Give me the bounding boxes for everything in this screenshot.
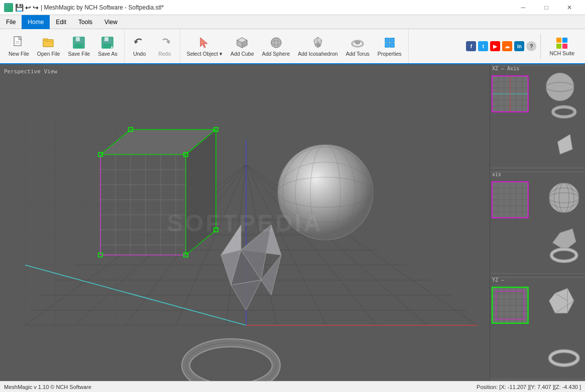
linkedin-icon[interactable]: in [514, 41, 524, 51]
help-button[interactable]: ? [526, 41, 536, 51]
properties-icon [383, 36, 397, 50]
svg-rect-8 [75, 44, 83, 48]
svg-rect-30 [385, 43, 389, 47]
status-position: Position: [X: -11.207 ][Y: 7.407 ][Z: -4… [477, 384, 581, 390]
save-as-button[interactable]: A Save As [94, 32, 121, 61]
menu-home[interactable]: Home [22, 15, 50, 29]
redo-button[interactable]: Redo [153, 32, 177, 61]
svg-marker-13 [200, 38, 207, 48]
nch-suite-label: NCH Suite [549, 50, 574, 56]
svg-rect-29 [385, 38, 389, 42]
viewport-canvas: X Y Z [0, 64, 490, 381]
panel-view-yz: YZ – [490, 276, 585, 381]
add-sphere-icon [269, 36, 283, 50]
properties-button[interactable]: Properties [374, 32, 405, 61]
sphere-object [278, 145, 373, 240]
cube-object [98, 127, 218, 257]
menu-edit[interactable]: Edit [50, 15, 72, 29]
svg-rect-34 [562, 38, 567, 43]
quick-save-icon[interactable]: 💾 [15, 4, 24, 12]
save-as-icon: A [100, 36, 114, 50]
svg-point-109 [203, 351, 259, 379]
facebook-icon[interactable]: f [466, 41, 476, 51]
quick-redo-icon[interactable]: ↪ [33, 4, 39, 12]
panel-view-y: xis [490, 170, 585, 276]
svg-rect-37 [0, 64, 490, 381]
undo-icon [133, 36, 147, 50]
quick-undo-icon[interactable]: ↩ [25, 4, 31, 12]
save-file-icon [72, 36, 86, 50]
ribbon: New File Open File Save File A [0, 29, 585, 64]
svg-rect-4 [43, 39, 48, 40]
ribbon-objects-group: Select Object ▾ Add Cube Add Sphere [180, 29, 409, 63]
save-file-button[interactable]: Save File [64, 32, 93, 61]
menu-tools[interactable]: Tools [72, 15, 98, 29]
svg-rect-3 [43, 40, 53, 47]
ribbon-file-group: New File Open File Save File A [2, 29, 125, 63]
svg-point-93 [278, 145, 373, 240]
minimize-button[interactable]: ─ [512, 0, 535, 15]
add-sphere-button[interactable]: Add Sphere [259, 32, 293, 61]
svg-rect-36 [562, 44, 567, 49]
menu-bar: File Home Edit Tools View [0, 15, 585, 29]
add-sphere-label: Add Sphere [262, 51, 290, 57]
app-icon [4, 3, 13, 12]
twitter-icon[interactable]: t [478, 41, 488, 51]
ribbon-right: f t ▶ ☁ in ? NCH Suite [462, 29, 583, 63]
panel-y-canvas [490, 170, 585, 276]
svg-point-139 [558, 109, 570, 114]
open-file-button[interactable]: Open File [34, 32, 64, 61]
add-cube-icon [235, 36, 249, 50]
svg-marker-25 [318, 45, 321, 48]
svg-point-153 [549, 183, 579, 213]
svg-point-28 [355, 41, 360, 44]
menu-file[interactable]: File [0, 15, 22, 29]
window-title: | MeshMagic by NCH Software - Softpedia.… [41, 4, 164, 11]
new-file-label: New File [9, 51, 29, 57]
panel-yz-canvas [490, 276, 585, 381]
svg-rect-10 [104, 37, 108, 41]
soundcloud-icon[interactable]: ☁ [502, 41, 512, 51]
add-cube-label: Add Cube [230, 51, 254, 57]
title-bar-controls: ─ □ ✕ [512, 0, 581, 15]
add-icosahedron-icon [311, 36, 325, 50]
svg-rect-7 [76, 37, 80, 41]
add-torus-label: Add Torus [346, 51, 370, 57]
youtube-icon[interactable]: ▶ [490, 41, 500, 51]
svg-rect-31 [390, 38, 394, 42]
select-object-label: Select Object ▾ [187, 51, 222, 57]
main-content: Perspective View SOFTPEDIA [0, 64, 585, 381]
add-cube-button[interactable]: Add Cube [227, 32, 258, 61]
svg-point-181 [556, 354, 572, 362]
undo-label: Undo [133, 51, 146, 57]
add-torus-button[interactable]: Add Torus [342, 32, 373, 61]
nch-suite-button[interactable]: NCH Suite [545, 32, 579, 61]
toolbar-icons: 💾 ↩ ↪ [15, 4, 39, 12]
svg-point-161 [557, 251, 571, 258]
svg-rect-33 [556, 38, 561, 43]
viewport[interactable]: Perspective View SOFTPEDIA [0, 64, 490, 381]
status-version: MeshMagic v 1.10 © NCH Software [4, 384, 91, 390]
save-file-label: Save File [68, 51, 90, 57]
panel-y-label: xis [492, 172, 501, 177]
add-icosahedron-label: Add Icosahedron [298, 51, 337, 57]
menu-view[interactable]: View [98, 15, 124, 29]
close-button[interactable]: ✕ [558, 0, 581, 15]
maximize-button[interactable]: □ [535, 0, 558, 15]
open-file-label: Open File [37, 51, 60, 57]
svg-point-135 [546, 73, 574, 101]
undo-button[interactable]: Undo [128, 32, 152, 61]
viewport-label: Perspective View [4, 68, 57, 75]
save-as-label: Save As [98, 51, 118, 57]
panel-xz-label: XZ – Axis [492, 66, 519, 71]
new-file-button[interactable]: New File [5, 32, 33, 61]
svg-rect-0 [14, 37, 21, 46]
svg-rect-35 [556, 44, 561, 49]
panel-yz-label: YZ – [492, 277, 504, 283]
right-panel: XZ – Axis [490, 64, 585, 381]
status-bar: MeshMagic v 1.10 © NCH Software Position… [0, 381, 585, 392]
select-object-button[interactable]: Select Object ▾ [183, 32, 226, 61]
panel-xz-canvas [490, 64, 585, 170]
add-icosahedron-button[interactable]: Add Icosahedron [294, 32, 341, 61]
ribbon-edit-group: Undo Redo [125, 29, 180, 63]
